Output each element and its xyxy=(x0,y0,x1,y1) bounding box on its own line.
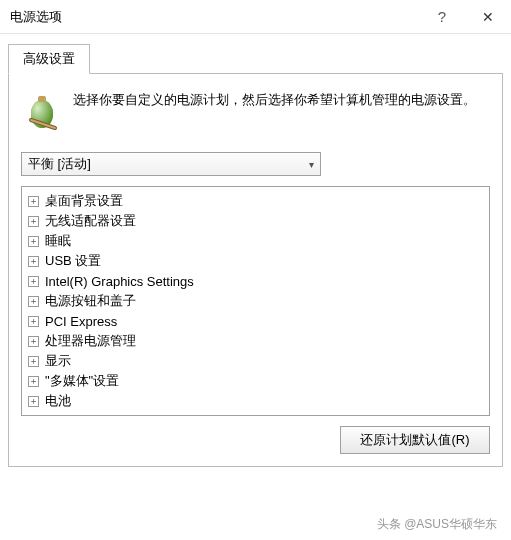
expand-icon[interactable]: ＋ xyxy=(28,216,39,227)
tree-item-desktop-background[interactable]: ＋ 桌面背景设置 xyxy=(24,191,487,211)
tree-item-intel-graphics[interactable]: ＋ Intel(R) Graphics Settings xyxy=(24,271,487,291)
tree-label: Intel(R) Graphics Settings xyxy=(45,274,194,289)
tree-label: 显示 xyxy=(45,352,71,370)
expand-icon[interactable]: ＋ xyxy=(28,376,39,387)
tab-advanced[interactable]: 高级设置 xyxy=(8,44,90,74)
tab-panel-advanced: 选择你要自定义的电源计划，然后选择你希望计算机管理的电源设置。 平衡 [活动] … xyxy=(8,74,503,467)
titlebar: 电源选项 ? ✕ xyxy=(0,0,511,34)
tree-label: PCI Express xyxy=(45,314,117,329)
info-text: 选择你要自定义的电源计划，然后选择你希望计算机管理的电源设置。 xyxy=(73,90,476,132)
tree-label: 电源按钮和盖子 xyxy=(45,292,136,310)
content-area: 高级设置 选择你要自定义的电源计 xyxy=(0,34,511,467)
tree-item-wireless-adapter[interactable]: ＋ 无线适配器设置 xyxy=(24,211,487,231)
power-plan-selected: 平衡 [活动] xyxy=(28,155,309,173)
tree-item-battery[interactable]: ＋ 电池 xyxy=(24,391,487,411)
expand-icon[interactable]: ＋ xyxy=(28,316,39,327)
help-button[interactable]: ? xyxy=(419,0,465,34)
expand-icon[interactable]: ＋ xyxy=(28,196,39,207)
expand-icon[interactable]: ＋ xyxy=(28,236,39,247)
info-row: 选择你要自定义的电源计划，然后选择你希望计算机管理的电源设置。 xyxy=(21,90,490,132)
tree-label: USB 设置 xyxy=(45,252,101,270)
expand-icon[interactable]: ＋ xyxy=(28,356,39,367)
power-plan-dropdown[interactable]: 平衡 [活动] ▾ xyxy=(21,152,321,176)
close-button[interactable]: ✕ xyxy=(465,0,511,34)
tree-item-pci-express[interactable]: ＋ PCI Express xyxy=(24,311,487,331)
window-title: 电源选项 xyxy=(10,8,419,26)
tree-label: 无线适配器设置 xyxy=(45,212,136,230)
settings-tree[interactable]: ＋ 桌面背景设置 ＋ 无线适配器设置 ＋ 睡眠 ＋ USB 设置 ＋ Intel… xyxy=(21,186,490,416)
tree-label: 睡眠 xyxy=(45,232,71,250)
expand-icon[interactable]: ＋ xyxy=(28,336,39,347)
tree-item-power-buttons-lid[interactable]: ＋ 电源按钮和盖子 xyxy=(24,291,487,311)
watermark: 头条 @ASUS华硕华东 xyxy=(373,515,501,534)
tree-item-sleep[interactable]: ＋ 睡眠 xyxy=(24,231,487,251)
expand-icon[interactable]: ＋ xyxy=(28,296,39,307)
tree-item-display[interactable]: ＋ 显示 xyxy=(24,351,487,371)
expand-icon[interactable]: ＋ xyxy=(28,276,39,287)
expand-icon[interactable]: ＋ xyxy=(28,256,39,267)
restore-row: 还原计划默认值(R) xyxy=(21,426,490,454)
tree-label: 电池 xyxy=(45,392,71,410)
tree-label: "多媒体"设置 xyxy=(45,372,119,390)
tree-label: 处理器电源管理 xyxy=(45,332,136,350)
tree-item-multimedia[interactable]: ＋ "多媒体"设置 xyxy=(24,371,487,391)
expand-icon[interactable]: ＋ xyxy=(28,396,39,407)
chevron-down-icon: ▾ xyxy=(309,159,314,170)
tree-item-usb[interactable]: ＋ USB 设置 xyxy=(24,251,487,271)
battery-icon xyxy=(21,90,63,132)
tree-label: 桌面背景设置 xyxy=(45,192,123,210)
tab-strip: 高级设置 xyxy=(8,44,503,74)
restore-defaults-button[interactable]: 还原计划默认值(R) xyxy=(340,426,490,454)
svg-rect-2 xyxy=(38,96,46,102)
tree-item-processor[interactable]: ＋ 处理器电源管理 xyxy=(24,331,487,351)
